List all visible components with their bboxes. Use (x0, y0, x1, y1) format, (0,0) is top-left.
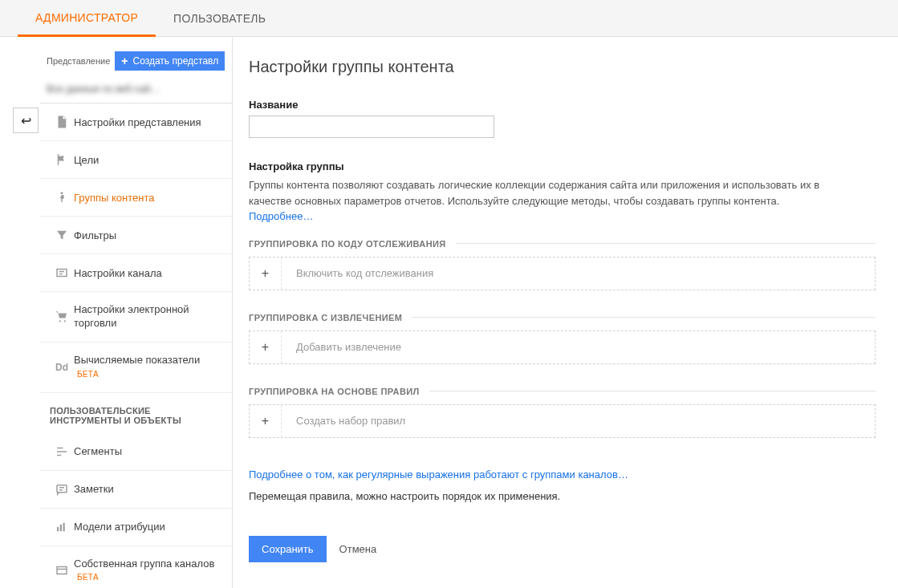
svg-rect-4 (57, 485, 67, 492)
add-tracking-code-button[interactable]: + Включить код отслеживания (249, 257, 876, 290)
sidebar-nav: Настройки представления Цели Группы конт… (40, 103, 232, 393)
top-tabs: АДМИНИСТРАТОР ПОЛЬЗОВАТЕЛЬ (0, 0, 898, 37)
group-settings-label: Настройка группы (249, 160, 876, 172)
back-column: ↩ (0, 37, 40, 588)
sidebar-account-selector[interactable]: Все данные по веб-сай… (40, 79, 232, 103)
section-legend: ГРУППИРОВКА НА ОСНОВЕ ПРАВИЛ (249, 387, 420, 396)
sidebar-item-view-settings[interactable]: Настройки представления (40, 103, 232, 141)
sidebar-item-label: Модели атрибуции (74, 521, 224, 533)
sidebar-tools: Сегменты Заметки Модели атрибуции Со (40, 433, 232, 588)
sidebar-item-label: Группы контента (74, 192, 224, 204)
tab-user[interactable]: ПОЛЬЗОВАТЕЛЬ (156, 0, 283, 36)
svg-rect-7 (63, 522, 65, 531)
sidebar-item-label: Собственная группа каналов БЕТА (74, 558, 224, 585)
svg-point-2 (59, 320, 61, 322)
sidebar-header: Представление + Создать представл (40, 51, 232, 79)
sidebar-item-label: Настройки представления (74, 116, 224, 128)
person-walk-icon (50, 190, 74, 205)
bars-icon (50, 520, 74, 534)
grouping-extraction: ГРУППИРОВКА С ИЗВЛЕЧЕНИЕМ + Добавить изв… (249, 313, 876, 364)
content-area: Настройки группы контента Название Настр… (233, 37, 898, 588)
dd-icon: Dd (50, 362, 74, 373)
add-row-label: Создать набор правил (282, 405, 875, 437)
sidebar-item-label: Вычисляемые показатели БЕТА (74, 354, 224, 381)
svg-rect-1 (57, 270, 67, 277)
cart-icon (50, 310, 74, 324)
svg-point-0 (61, 192, 63, 194)
learn-more-link[interactable]: Подробнее… (249, 210, 313, 222)
add-row-label: Включить код отслеживания (282, 258, 875, 290)
add-ruleset-button[interactable]: + Создать набор правил (249, 404, 876, 438)
own-group-icon (50, 563, 74, 578)
add-extraction-button[interactable]: + Добавить извлечение (249, 330, 876, 364)
sidebar: Представление + Создать представл Все да… (40, 37, 233, 588)
create-view-label: Создать представл (133, 55, 219, 67)
sidebar-item-label: Цели (74, 154, 224, 166)
group-settings-description: Группы контента позволяют создавать логи… (249, 177, 843, 225)
divider (429, 391, 876, 391)
sidebar-item-goals[interactable]: Цели (40, 141, 232, 179)
grouping-tracking-code: ГРУППИРОВКА ПО КОДУ ОТСЛЕЖИВАНИЯ + Включ… (249, 239, 876, 290)
section-legend: ГРУППИРОВКА С ИЗВЛЕЧЕНИЕМ (249, 313, 402, 322)
save-button[interactable]: Сохранить (249, 536, 327, 562)
beta-badge: БЕТА (77, 370, 99, 379)
sidebar-item-label: Настройки канала (74, 267, 224, 279)
channel-icon (50, 266, 74, 280)
grouping-rules: ГРУППИРОВКА НА ОСНОВЕ ПРАВИЛ + Создать н… (249, 387, 876, 438)
divider (456, 243, 876, 244)
back-arrow-icon: ↩ (21, 113, 31, 128)
plus-icon: + (121, 55, 128, 67)
plus-icon: + (262, 414, 269, 428)
document-icon (50, 115, 74, 129)
flag-icon (50, 152, 74, 167)
sidebar-item-attribution[interactable]: Модели атрибуции (40, 509, 232, 546)
svg-point-3 (64, 320, 66, 322)
sidebar-item-label: Фильтры (74, 229, 224, 241)
sidebar-item-filters[interactable]: Фильтры (40, 217, 232, 254)
sidebar-item-notes[interactable]: Заметки (40, 471, 232, 509)
sidebar-item-channel-settings[interactable]: Настройки канала (40, 254, 232, 292)
sidebar-column-label: Представление (47, 56, 110, 66)
notes-icon (50, 482, 74, 497)
plus-icon: + (262, 266, 269, 281)
segments-icon (50, 444, 74, 459)
regex-help-link[interactable]: Подробнее о том, как регулярные выражени… (249, 468, 628, 481)
sidebar-section-title: ПОЛЬЗОВАТЕЛЬСКИЕ ИНСТРУМЕНТЫ И ОБЪЕКТЫ (40, 393, 232, 433)
divider (412, 317, 876, 318)
svg-rect-6 (60, 525, 62, 531)
section-legend: ГРУППИРОВКА ПО КОДУ ОТСЛЕЖИВАНИЯ (249, 239, 446, 249)
sidebar-item-label: Настройки электронной торговли (74, 303, 224, 330)
cancel-button[interactable]: Отмена (339, 543, 377, 555)
plus-icon: + (262, 340, 269, 355)
beta-badge: БЕТА (77, 573, 99, 582)
add-row-label: Добавить извлечение (282, 331, 875, 363)
sidebar-item-label: Сегменты (74, 445, 224, 457)
sidebar-item-ecommerce[interactable]: Настройки электронной торговли (40, 292, 232, 343)
sidebar-item-own-channel-group[interactable]: Собственная группа каналов БЕТА (40, 546, 232, 588)
filter-icon (50, 228, 74, 242)
reorder-hint: Перемещая правила, можно настроить поряд… (249, 490, 876, 502)
page-title: Настройки группы контента (249, 58, 876, 76)
svg-rect-8 (57, 567, 67, 574)
name-input[interactable] (249, 116, 494, 138)
sidebar-item-calc-metrics[interactable]: Dd Вычисляемые показатели БЕТА (40, 343, 232, 393)
tab-admin[interactable]: АДМИНИСТРАТОР (18, 0, 156, 37)
sidebar-item-content-groups[interactable]: Группы контента (40, 179, 232, 217)
sidebar-item-label: Заметки (74, 483, 224, 495)
svg-rect-5 (57, 527, 59, 531)
back-button[interactable]: ↩ (13, 107, 39, 133)
create-view-button[interactable]: + Создать представл (115, 51, 225, 71)
sidebar-item-segments[interactable]: Сегменты (40, 433, 232, 471)
name-label: Название (249, 99, 876, 111)
